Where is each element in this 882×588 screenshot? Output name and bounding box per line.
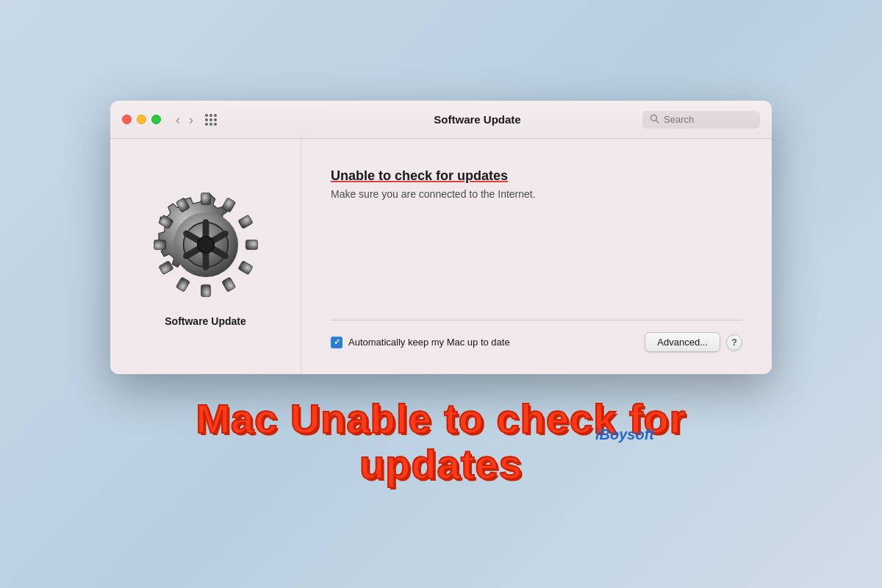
- svg-point-25: [197, 237, 213, 253]
- right-buttons: Advanced... ?: [645, 332, 742, 352]
- iboysoft-logo: iBoysoft: [595, 426, 654, 443]
- svg-rect-17: [154, 240, 165, 250]
- error-title: Unable to check for updates: [331, 168, 742, 184]
- svg-line-1: [656, 120, 659, 123]
- svg-rect-16: [158, 261, 173, 275]
- auto-update-checkbox[interactable]: ✓: [331, 337, 343, 348]
- macos-window: ‹ › Software Update: [110, 101, 772, 374]
- close-button[interactable]: [122, 115, 132, 124]
- checkmark-icon: ✓: [334, 337, 340, 347]
- auto-update-label: Automatically keep my Mac up to date: [348, 337, 510, 348]
- minimize-button[interactable]: [137, 115, 146, 124]
- traffic-lights: [122, 115, 161, 124]
- banner-headline: Mac Unable to check for updates: [110, 396, 772, 487]
- grid-icon[interactable]: [205, 114, 217, 126]
- sidebar-label: Software Update: [165, 315, 245, 327]
- help-button[interactable]: ?: [726, 334, 742, 351]
- back-button[interactable]: ‹: [173, 112, 183, 128]
- nav-buttons: ‹ ›: [173, 112, 196, 128]
- svg-rect-12: [237, 261, 252, 275]
- forward-button[interactable]: ›: [186, 112, 196, 128]
- bottom-row: ✓ Automatically keep my Mac up to date A…: [331, 320, 742, 352]
- search-bar[interactable]: [642, 111, 760, 129]
- advanced-button[interactable]: Advanced...: [645, 332, 720, 352]
- title-bar: ‹ › Software Update: [110, 101, 772, 139]
- svg-rect-13: [221, 277, 235, 292]
- bottom-banner: Mac Unable to check for updates: [110, 396, 772, 487]
- svg-rect-8: [201, 193, 210, 205]
- right-panel: Unable to check for updates Make sure yo…: [301, 139, 772, 374]
- error-subtitle: Make sure you are connected to the Inter…: [331, 188, 742, 200]
- iboysoft-logo-text: Boysoft: [600, 426, 654, 442]
- search-input[interactable]: [664, 114, 753, 125]
- maximize-button[interactable]: [151, 115, 161, 124]
- error-section: Unable to check for updates Make sure yo…: [331, 168, 742, 298]
- auto-update-section: ✓ Automatically keep my Mac up to date: [331, 337, 510, 348]
- main-content: Software Update Unable to check for upda…: [110, 139, 772, 374]
- svg-rect-14: [201, 285, 210, 297]
- svg-rect-15: [176, 277, 190, 292]
- svg-rect-10: [237, 215, 252, 229]
- sidebar: Software Update: [110, 139, 301, 374]
- search-icon: [650, 114, 659, 126]
- gear-icon-container: [147, 186, 265, 304]
- svg-rect-11: [245, 240, 257, 250]
